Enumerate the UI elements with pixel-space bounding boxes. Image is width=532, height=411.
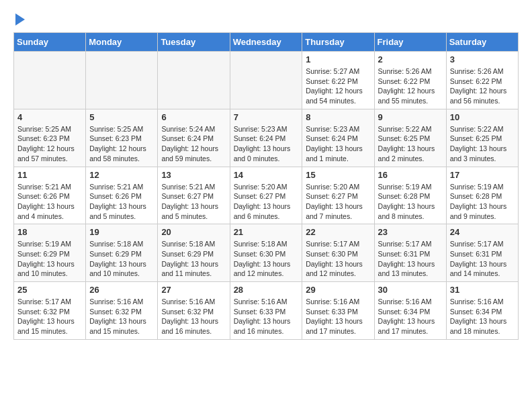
day-info: Sunrise: 5:17 AM Sunset: 6:31 PM Dayligh… (378, 239, 443, 279)
weekday-header: Tuesday (158, 33, 230, 52)
day-info: Sunrise: 5:17 AM Sunset: 6:30 PM Dayligh… (306, 239, 370, 279)
weekday-header: Thursday (302, 33, 374, 52)
day-info: Sunrise: 5:16 AM Sunset: 6:32 PM Dayligh… (89, 297, 154, 336)
day-number: 9 (378, 112, 443, 122)
day-number: 16 (378, 170, 443, 180)
day-info: Sunrise: 5:21 AM Sunset: 6:27 PM Dayligh… (161, 182, 226, 222)
day-info: Sunrise: 5:19 AM Sunset: 6:28 PM Dayligh… (450, 182, 515, 222)
weekday-header: Wednesday (230, 33, 302, 52)
page-header (13, 13, 519, 26)
calendar-cell: 30Sunrise: 5:16 AM Sunset: 6:34 PM Dayli… (374, 282, 446, 340)
day-number: 15 (306, 170, 370, 180)
calendar-week-row: 18Sunrise: 5:19 AM Sunset: 6:29 PM Dayli… (14, 224, 519, 282)
weekday-header: Saturday (446, 33, 518, 52)
calendar-cell: 23Sunrise: 5:17 AM Sunset: 6:31 PM Dayli… (374, 224, 446, 282)
calendar-cell (230, 52, 302, 109)
calendar-cell: 1Sunrise: 5:27 AM Sunset: 6:22 PM Daylig… (302, 52, 374, 109)
calendar-cell: 14Sunrise: 5:20 AM Sunset: 6:27 PM Dayli… (230, 167, 302, 224)
logo-arrow-icon (15, 13, 25, 26)
day-number: 25 (17, 285, 82, 295)
day-number: 1 (306, 54, 370, 64)
calendar-week-row: 25Sunrise: 5:17 AM Sunset: 6:32 PM Dayli… (14, 282, 519, 340)
day-number: 12 (89, 170, 154, 180)
day-info: Sunrise: 5:21 AM Sunset: 6:26 PM Dayligh… (17, 182, 82, 222)
calendar-cell: 25Sunrise: 5:17 AM Sunset: 6:32 PM Dayli… (14, 282, 86, 340)
day-info: Sunrise: 5:22 AM Sunset: 6:25 PM Dayligh… (450, 124, 515, 164)
day-number: 8 (306, 112, 370, 122)
day-info: Sunrise: 5:16 AM Sunset: 6:33 PM Dayligh… (234, 297, 299, 336)
weekday-header: Sunday (14, 33, 86, 52)
day-info: Sunrise: 5:21 AM Sunset: 6:26 PM Dayligh… (89, 182, 154, 222)
calendar-cell (86, 52, 158, 109)
calendar-cell: 8Sunrise: 5:23 AM Sunset: 6:24 PM Daylig… (302, 109, 374, 167)
day-number: 28 (234, 285, 299, 295)
day-number: 5 (89, 112, 154, 122)
day-info: Sunrise: 5:16 AM Sunset: 6:32 PM Dayligh… (161, 297, 226, 336)
calendar-header-row: SundayMondayTuesdayWednesdayThursdayFrid… (14, 33, 519, 52)
calendar-cell: 2Sunrise: 5:26 AM Sunset: 6:22 PM Daylig… (374, 52, 446, 109)
day-info: Sunrise: 5:18 AM Sunset: 6:30 PM Dayligh… (234, 239, 299, 279)
day-info: Sunrise: 5:17 AM Sunset: 6:31 PM Dayligh… (450, 239, 515, 279)
day-info: Sunrise: 5:16 AM Sunset: 6:34 PM Dayligh… (378, 297, 443, 336)
calendar-cell: 13Sunrise: 5:21 AM Sunset: 6:27 PM Dayli… (158, 167, 230, 224)
calendar-cell: 9Sunrise: 5:22 AM Sunset: 6:25 PM Daylig… (374, 109, 446, 167)
day-info: Sunrise: 5:16 AM Sunset: 6:34 PM Dayligh… (450, 297, 515, 336)
day-number: 23 (378, 227, 443, 237)
day-info: Sunrise: 5:26 AM Sunset: 6:22 PM Dayligh… (378, 66, 443, 106)
calendar-cell: 22Sunrise: 5:17 AM Sunset: 6:30 PM Dayli… (302, 224, 374, 282)
day-number: 10 (450, 112, 515, 122)
day-number: 2 (378, 54, 443, 64)
day-number: 13 (161, 170, 226, 180)
calendar-week-row: 11Sunrise: 5:21 AM Sunset: 6:26 PM Dayli… (14, 167, 519, 224)
day-number: 14 (234, 170, 299, 180)
calendar-cell: 17Sunrise: 5:19 AM Sunset: 6:28 PM Dayli… (446, 167, 518, 224)
calendar-week-row: 1Sunrise: 5:27 AM Sunset: 6:22 PM Daylig… (14, 52, 519, 109)
weekday-header: Friday (374, 33, 446, 52)
day-info: Sunrise: 5:16 AM Sunset: 6:33 PM Dayligh… (306, 297, 370, 336)
logo (13, 13, 25, 26)
day-number: 7 (234, 112, 299, 122)
day-info: Sunrise: 5:19 AM Sunset: 6:28 PM Dayligh… (378, 182, 443, 222)
day-info: Sunrise: 5:25 AM Sunset: 6:23 PM Dayligh… (89, 124, 154, 164)
calendar-cell: 6Sunrise: 5:24 AM Sunset: 6:24 PM Daylig… (158, 109, 230, 167)
day-number: 18 (17, 227, 82, 237)
calendar-cell: 7Sunrise: 5:23 AM Sunset: 6:24 PM Daylig… (230, 109, 302, 167)
calendar-cell: 12Sunrise: 5:21 AM Sunset: 6:26 PM Dayli… (86, 167, 158, 224)
day-number: 30 (378, 285, 443, 295)
calendar-cell: 27Sunrise: 5:16 AM Sunset: 6:32 PM Dayli… (158, 282, 230, 340)
day-info: Sunrise: 5:23 AM Sunset: 6:24 PM Dayligh… (306, 124, 370, 164)
day-number: 24 (450, 227, 515, 237)
calendar-week-row: 4Sunrise: 5:25 AM Sunset: 6:23 PM Daylig… (14, 109, 519, 167)
calendar-cell: 26Sunrise: 5:16 AM Sunset: 6:32 PM Dayli… (86, 282, 158, 340)
calendar-cell: 15Sunrise: 5:20 AM Sunset: 6:27 PM Dayli… (302, 167, 374, 224)
day-number: 26 (89, 285, 154, 295)
day-info: Sunrise: 5:17 AM Sunset: 6:32 PM Dayligh… (17, 297, 82, 336)
day-info: Sunrise: 5:20 AM Sunset: 6:27 PM Dayligh… (306, 182, 370, 222)
calendar-table: SundayMondayTuesdayWednesdayThursdayFrid… (13, 32, 519, 340)
day-info: Sunrise: 5:19 AM Sunset: 6:29 PM Dayligh… (17, 239, 82, 279)
day-info: Sunrise: 5:26 AM Sunset: 6:22 PM Dayligh… (450, 66, 515, 106)
day-number: 11 (17, 170, 82, 180)
day-number: 22 (306, 227, 370, 237)
day-info: Sunrise: 5:24 AM Sunset: 6:24 PM Dayligh… (161, 124, 226, 164)
day-number: 29 (306, 285, 370, 295)
calendar-cell: 18Sunrise: 5:19 AM Sunset: 6:29 PM Dayli… (14, 224, 86, 282)
calendar-cell: 4Sunrise: 5:25 AM Sunset: 6:23 PM Daylig… (14, 109, 86, 167)
calendar-cell: 21Sunrise: 5:18 AM Sunset: 6:30 PM Dayli… (230, 224, 302, 282)
calendar-cell: 11Sunrise: 5:21 AM Sunset: 6:26 PM Dayli… (14, 167, 86, 224)
day-info: Sunrise: 5:22 AM Sunset: 6:25 PM Dayligh… (378, 124, 443, 164)
calendar-cell: 24Sunrise: 5:17 AM Sunset: 6:31 PM Dayli… (446, 224, 518, 282)
day-info: Sunrise: 5:23 AM Sunset: 6:24 PM Dayligh… (234, 124, 299, 164)
calendar-cell: 3Sunrise: 5:26 AM Sunset: 6:22 PM Daylig… (446, 52, 518, 109)
day-number: 3 (450, 54, 515, 64)
calendar-cell: 28Sunrise: 5:16 AM Sunset: 6:33 PM Dayli… (230, 282, 302, 340)
day-info: Sunrise: 5:25 AM Sunset: 6:23 PM Dayligh… (17, 124, 82, 164)
calendar-cell: 31Sunrise: 5:16 AM Sunset: 6:34 PM Dayli… (446, 282, 518, 340)
calendar-cell: 5Sunrise: 5:25 AM Sunset: 6:23 PM Daylig… (86, 109, 158, 167)
day-number: 31 (450, 285, 515, 295)
day-info: Sunrise: 5:20 AM Sunset: 6:27 PM Dayligh… (234, 182, 299, 222)
day-number: 20 (161, 227, 226, 237)
calendar-cell: 16Sunrise: 5:19 AM Sunset: 6:28 PM Dayli… (374, 167, 446, 224)
day-number: 6 (161, 112, 226, 122)
day-number: 17 (450, 170, 515, 180)
